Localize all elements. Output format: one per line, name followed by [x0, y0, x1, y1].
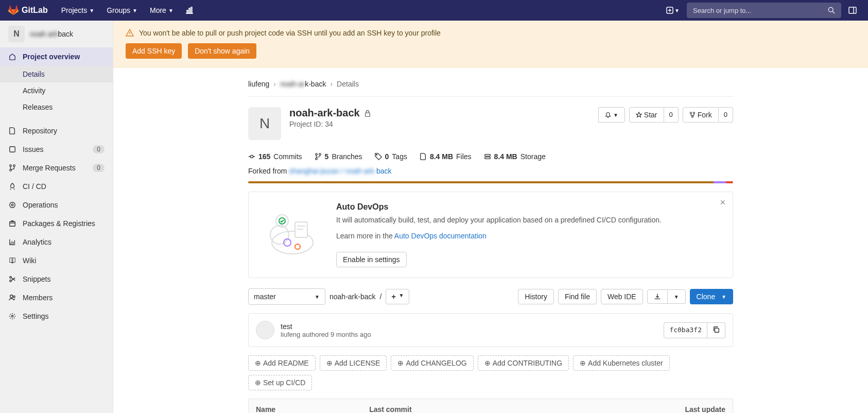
svg-point-11 [10, 169, 12, 171]
stat-tags[interactable]: 0 Tags [375, 152, 407, 161]
chevron-down-icon: ▼ [132, 8, 137, 13]
commit-title[interactable]: test [281, 322, 371, 331]
bell-icon [605, 112, 611, 118]
add-ssh-key-button[interactable]: Add SSH key [126, 43, 182, 59]
sidebar-item-operations[interactable]: Operations [0, 196, 113, 214]
forked-from: Forked from shanghai-jiuzan / noah-ark-b… [248, 167, 733, 181]
main-content: You won't be able to pull or push projec… [113, 21, 868, 413]
fork-button[interactable]: Fork [683, 107, 719, 123]
notification-button-group[interactable]: ▼ [598, 107, 625, 123]
sidebar-item-issues[interactable]: Issues 0 [0, 140, 113, 159]
download-button-group[interactable]: ▼ [647, 289, 686, 304]
stat-files[interactable]: 8.4 MB Files [420, 152, 472, 161]
language-bar[interactable] [248, 181, 733, 183]
close-panel-button[interactable]: × [720, 197, 725, 208]
sidebar-item-packages[interactable]: Packages & Registries [0, 214, 113, 233]
gitlab-logo[interactable]: GitLab [8, 5, 48, 15]
sidebar-item-merge-requests[interactable]: Merge Requests 0 [0, 159, 113, 177]
storage-icon [484, 153, 491, 160]
add-contributing-button[interactable]: ⊕ Add CONTRIBUTING [478, 355, 569, 371]
stat-storage[interactable]: 8.4 MB Storage [484, 152, 546, 161]
svg-point-26 [315, 153, 317, 156]
svg-point-5 [828, 7, 833, 12]
add-readme-button[interactable]: ⊕ Add README [248, 355, 316, 371]
add-license-button[interactable]: ⊕ Add LICENSE [320, 355, 387, 371]
commit-sha[interactable]: fc0ba3f2 [664, 322, 707, 338]
rocket-icon [8, 183, 16, 190]
project-title: noah-ark-back [289, 107, 371, 119]
svg-point-10 [10, 165, 12, 167]
sidebar-item-settings[interactable]: Settings [0, 307, 113, 325]
dismiss-alert-button[interactable]: Don't show again [188, 43, 256, 59]
sidebar-item-snippets[interactable]: Snippets [0, 270, 113, 288]
last-commit-box: test liufeng authored 9 months ago fc0ba… [248, 313, 733, 347]
history-button[interactable]: History [518, 289, 554, 304]
star-count: 0 [664, 107, 679, 123]
svg-rect-2 [191, 7, 192, 13]
devops-illustration [259, 202, 326, 267]
breadcrumb-owner[interactable]: liufeng [248, 80, 269, 88]
search-box[interactable] [687, 3, 841, 18]
sidebar-sub-releases[interactable]: Releases [0, 99, 113, 115]
web-ide-button[interactable]: Web IDE [601, 289, 643, 304]
forked-from-link[interactable]: shanghai-jiuzan / noah-ark-back [289, 167, 391, 175]
sidebar-item-analytics[interactable]: Analytics [0, 233, 113, 251]
svg-rect-31 [484, 157, 490, 159]
sidebar-item-members[interactable]: Members [0, 288, 113, 307]
add-changelog-button[interactable]: ⊕ Add CHANGELOG [391, 355, 473, 371]
commit-author-avatar[interactable] [256, 321, 274, 339]
svg-point-18 [10, 295, 13, 298]
project-stats: 165 Commits 5 Branches 0 Tags 8.4 MB Fil… [248, 148, 733, 167]
svg-rect-7 [849, 7, 856, 13]
breadcrumb: liufeng › noah-ark-back › Details [248, 76, 733, 97]
stat-branches[interactable]: 5 Branches [315, 152, 362, 161]
alert-message: You won't be able to pull or push projec… [139, 29, 441, 37]
copy-sha-button[interactable] [707, 322, 725, 338]
new-menu-button[interactable]: ▼ [663, 5, 683, 16]
svg-point-17 [10, 280, 12, 282]
stat-commits[interactable]: 165 Commits [248, 152, 302, 161]
fork-button-group: Fork 0 [683, 107, 733, 123]
sidebar-sub-details[interactable]: Details [0, 66, 113, 82]
enable-devops-button[interactable]: Enable in settings [336, 252, 407, 267]
svg-point-20 [11, 315, 13, 317]
branch-select[interactable]: master ▼ [248, 288, 325, 305]
svg-point-14 [11, 204, 13, 206]
nav-groups[interactable]: Groups▼ [101, 0, 143, 21]
sidebar-item-repository[interactable]: Repository [0, 122, 113, 140]
svg-point-29 [376, 154, 377, 156]
nav-projects[interactable]: Projects▼ [56, 0, 99, 21]
breadcrumb-project[interactable]: noah-ark-back [280, 80, 326, 88]
svg-point-19 [13, 296, 15, 298]
sidebar-toggle[interactable] [845, 0, 860, 21]
tag-icon [375, 153, 382, 160]
nav-more[interactable]: More▼ [145, 0, 179, 21]
svg-point-33 [270, 226, 289, 244]
devops-doc-link[interactable]: Auto DevOps documentation [394, 232, 487, 240]
sidebar-item-overview[interactable]: Project overview [0, 47, 113, 66]
svg-line-6 [832, 11, 835, 13]
file-icon [420, 153, 427, 160]
devops-desc: It will automatically build, test, and d… [336, 215, 662, 226]
clone-button[interactable]: Clone ▼ [690, 289, 733, 304]
setup-cicd-button[interactable]: ⊕ Set up CI/CD [248, 375, 312, 390]
mr-count-badge: 0 [93, 164, 105, 172]
sidebar-project-header[interactable]: N noah arkback [0, 21, 113, 47]
sidebar-sub-activity[interactable]: Activity [0, 82, 113, 99]
sidebar-item-wiki[interactable]: Wiki [0, 251, 113, 270]
find-file-button[interactable]: Find file [558, 289, 597, 304]
nav-milestones-icon[interactable] [181, 0, 199, 21]
col-name: Name [249, 399, 362, 414]
path-root[interactable]: noah-ark-back [329, 292, 376, 301]
search-input[interactable] [693, 7, 828, 14]
add-file-button[interactable]: +▼ [386, 289, 409, 304]
star-button[interactable]: Star [629, 107, 664, 123]
svg-rect-41 [715, 328, 719, 332]
sidebar-item-cicd[interactable]: CI / CD [0, 177, 113, 196]
lang-other1 [714, 181, 726, 183]
sidebar-label: Project overview [23, 53, 80, 61]
lang-other2 [726, 181, 733, 183]
add-k8s-button[interactable]: ⊕ Add Kubernetes cluster [573, 355, 670, 371]
file-tree-table: Name Last commit Last update [248, 399, 733, 413]
svg-rect-0 [187, 10, 188, 13]
